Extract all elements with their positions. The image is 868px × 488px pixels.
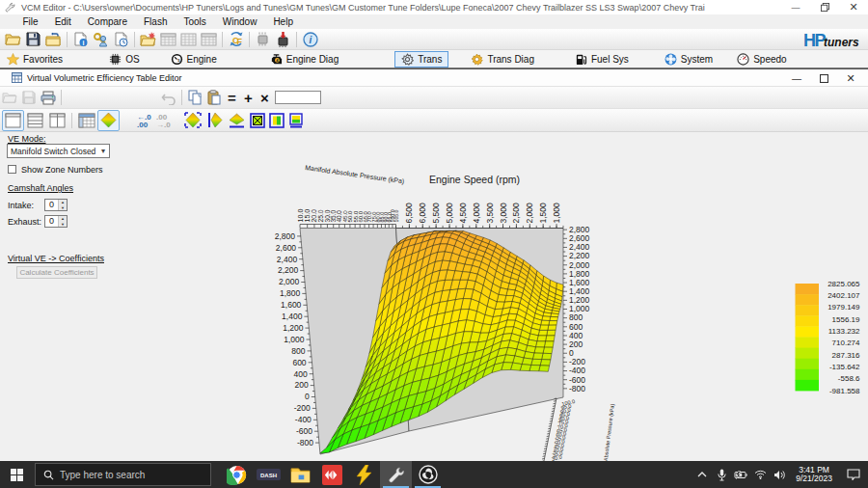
svg-text:-558.6: -558.6 xyxy=(838,374,860,383)
file-history-button[interactable] xyxy=(111,30,131,49)
svg-text:i: i xyxy=(83,39,85,45)
engine-icon: 4 xyxy=(270,53,283,66)
increase-precision-button[interactable]: ←.0.00 xyxy=(135,111,154,130)
restore-button[interactable] xyxy=(810,0,839,14)
tab-trans[interactable]: Trans xyxy=(394,51,448,68)
editor-print-button[interactable] xyxy=(39,88,58,107)
surface-flat-button[interactable] xyxy=(226,110,248,131)
add-button[interactable]: + xyxy=(240,90,257,106)
spin-down-icon[interactable]: ▼ xyxy=(59,205,67,211)
contour-view-button[interactable] xyxy=(248,111,267,130)
tab-fuel-sys[interactable]: Fuel Sys xyxy=(568,51,636,68)
wrench-icon xyxy=(387,466,405,484)
tab-engine-diag[interactable]: 4Engine Diag xyxy=(263,51,345,68)
copy-button[interactable] xyxy=(185,88,204,107)
view-split-vertical-button[interactable] xyxy=(46,110,68,131)
menu-bar: File Edit Compare Flash Tools Window Hel… xyxy=(0,14,868,29)
file-info-button[interactable]: i xyxy=(70,30,91,49)
svg-text:600: 600 xyxy=(292,358,306,367)
child-close-button[interactable]: ✕ xyxy=(837,69,864,87)
menu-flash[interactable]: Flash xyxy=(136,14,176,29)
surface-wireframe-button[interactable] xyxy=(203,110,226,131)
show-zone-numbers-checkbox[interactable] xyxy=(8,165,16,174)
menu-compare[interactable]: Compare xyxy=(79,14,135,29)
taskbar-search-box[interactable]: Type here to search xyxy=(35,463,211,486)
minimize-button[interactable]: — xyxy=(781,0,810,14)
child-minimize-button[interactable]: — xyxy=(783,69,810,87)
taskbar: Type here to search DASH 3:41 PM 9/21/20… xyxy=(0,461,868,488)
view-surface-button[interactable] xyxy=(97,110,120,131)
svg-text:-981.558: -981.558 xyxy=(829,387,860,395)
write-vcm-button[interactable] xyxy=(273,30,293,49)
tab-engine[interactable]: 5Engine xyxy=(164,51,224,68)
svg-text:15.0: 15.0 xyxy=(304,209,311,223)
compare-file-button[interactable]: CF xyxy=(226,30,246,49)
view-table-button[interactable] xyxy=(75,110,97,131)
menu-help[interactable]: Help xyxy=(265,14,302,29)
paste-button[interactable] xyxy=(204,88,224,107)
view-split-horizontal-button[interactable] xyxy=(24,110,46,131)
start-button[interactable] xyxy=(0,461,33,488)
chevron-up-icon xyxy=(697,472,707,477)
save-file-button[interactable] xyxy=(23,30,43,49)
view-single-pane-button[interactable] xyxy=(2,110,24,131)
set-equal-button[interactable]: = xyxy=(224,90,240,106)
calculate-coefficients-button[interactable]: Calculate Coefficients xyxy=(16,266,97,279)
table-compare-button-1 xyxy=(158,30,178,49)
intake-spinner[interactable]: 0 ▲▼ xyxy=(44,199,68,211)
tab-trans-diag[interactable]: Trans Diag xyxy=(464,51,541,68)
svg-text:1,600: 1,600 xyxy=(281,300,302,310)
ve-mode-select[interactable]: Manifold Switch Closed ▾ xyxy=(7,144,110,158)
value-input[interactable] xyxy=(275,91,321,104)
tray-chevron-icon[interactable] xyxy=(692,461,712,488)
chip-write-icon xyxy=(275,32,291,47)
taskbar-dash-app-icon[interactable]: DASH xyxy=(253,461,285,488)
vertical-bands-button[interactable] xyxy=(267,111,286,130)
menu-tools[interactable]: Tools xyxy=(176,14,214,29)
child-maximize-button[interactable] xyxy=(810,69,837,87)
license-button[interactable] xyxy=(91,30,111,49)
svg-text:.00: .00 xyxy=(137,121,149,128)
exhaust-spinner[interactable]: 0 ▲▼ xyxy=(44,215,68,228)
tray-speaker-icon[interactable] xyxy=(770,461,789,488)
svg-text:-600: -600 xyxy=(569,375,585,385)
info-button[interactable]: i xyxy=(300,30,320,49)
spin-down-icon[interactable]: ▼ xyxy=(59,222,67,228)
open-file-button[interactable] xyxy=(3,30,23,49)
svg-text:2,500: 2,500 xyxy=(511,203,521,224)
tab-os[interactable]: OS xyxy=(102,51,146,68)
surface-shaded-button[interactable] xyxy=(181,110,203,131)
tray-battery-icon[interactable] xyxy=(731,461,750,488)
menu-edit[interactable]: Edit xyxy=(46,14,79,29)
gear-icon xyxy=(401,53,414,66)
taskbar-clock[interactable]: 3:41 PM 9/21/2023 xyxy=(789,466,839,484)
new-folder-button[interactable] xyxy=(138,30,158,49)
tab-system[interactable]: System xyxy=(658,51,719,68)
taskbar-vcm-editor-icon[interactable] xyxy=(380,461,412,488)
svg-text:710.274: 710.274 xyxy=(832,339,860,347)
close-button[interactable]: ✕ xyxy=(839,0,868,14)
svg-text:1,600: 1,600 xyxy=(569,278,590,287)
multiply-button[interactable]: × xyxy=(257,90,273,106)
ve-surface-chart[interactable]: -800-600-400-20002004006008001,0001,2001… xyxy=(116,133,868,461)
taskbar-explorer-icon[interactable] xyxy=(285,461,316,488)
taskbar-vcm-scanner-icon[interactable] xyxy=(316,461,348,488)
tab-favorites[interactable]: Favorites xyxy=(0,51,69,68)
floppy-disk-icon xyxy=(26,32,41,46)
tab-speedo[interactable]: Speedo xyxy=(730,51,793,68)
undo-arrow-icon xyxy=(161,91,176,105)
horizontal-bands-button[interactable] xyxy=(286,111,306,130)
vertical-bands-icon xyxy=(269,113,285,128)
menu-window[interactable]: Window xyxy=(214,14,265,29)
tray-wifi-icon[interactable] xyxy=(750,461,770,488)
tray-microphone-icon[interactable] xyxy=(712,461,731,488)
taskbar-lightning-app-icon[interactable] xyxy=(348,461,380,488)
exhaust-spin-arrows[interactable]: ▲▼ xyxy=(58,216,67,227)
taskbar-obs-icon[interactable] xyxy=(412,461,444,488)
svg-text:0: 0 xyxy=(569,348,574,358)
intake-spin-arrows[interactable]: ▲▼ xyxy=(58,200,67,210)
open-recent-button[interactable] xyxy=(43,30,64,49)
menu-file[interactable]: File xyxy=(14,14,46,29)
action-center-icon[interactable] xyxy=(839,461,868,488)
taskbar-chrome-icon[interactable] xyxy=(221,461,253,488)
